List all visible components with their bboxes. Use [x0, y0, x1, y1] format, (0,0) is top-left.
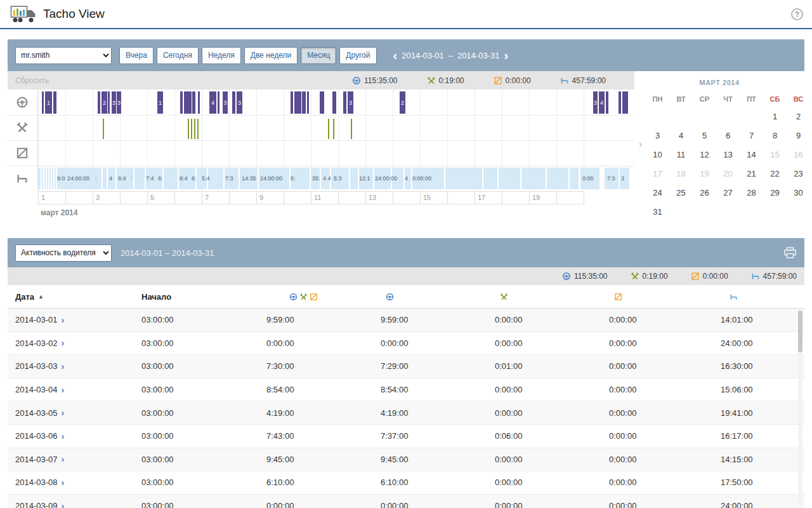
report-summary-bar: 115:35:000:19:000:00:00457:59:00: [8, 267, 804, 285]
range-button-2[interactable]: Сегодня: [157, 47, 199, 64]
row-driving: 9:45:00: [381, 455, 495, 464]
table-row[interactable]: 2014-03-05›03:00:004:19:004:19:000:00:00…: [8, 401, 804, 425]
table-row[interactable]: 2014-03-02›03:00:000:00:000:00:000:00:00…: [8, 332, 804, 356]
calendar-day[interactable]: 10: [646, 145, 669, 164]
calendar-day[interactable]: 31: [646, 202, 669, 221]
row-date-label: 2014-03-06: [15, 431, 58, 441]
calendar-day[interactable]: 2: [787, 107, 810, 126]
stat-value: 0:00:00: [506, 76, 531, 85]
calendar-day[interactable]: 30: [787, 183, 810, 202]
summary-stats: 115:35:000:19:000:00:00457:59:00: [352, 76, 606, 85]
axis-cell: [557, 191, 584, 204]
reset-button[interactable]: Сбросить: [15, 76, 49, 85]
range-button-4[interactable]: Две недели: [244, 47, 298, 64]
calendar-day[interactable]: 21: [740, 164, 763, 183]
row-work: 0:00:00: [495, 338, 609, 348]
axis-label: 3: [96, 194, 100, 201]
row-expand-chevron-icon[interactable]: ›: [62, 316, 65, 324]
range-button-3[interactable]: Неделя: [202, 47, 241, 64]
table-row[interactable]: 2014-03-03›03:00:007:30:007:29:000:01:00…: [8, 355, 804, 378]
rest-gap: [51, 168, 52, 189]
table-row[interactable]: 2014-03-01›03:00:009:59:009:59:000:00:00…: [8, 309, 804, 332]
calendar-day[interactable]: 3: [646, 126, 669, 145]
calendar-day[interactable]: 18: [669, 164, 693, 183]
range-button-1[interactable]: Вчера: [119, 47, 154, 64]
calendar-day[interactable]: 4: [669, 126, 693, 145]
table-row[interactable]: 2014-03-08›03:00:006:10:006:10:000:00:00…: [8, 471, 804, 495]
calendar-day[interactable]: 28: [740, 183, 763, 202]
calendar-collapse-chevron-icon[interactable]: ›: [639, 138, 642, 150]
date-from: 2014-03-01: [402, 51, 444, 60]
calendar-day[interactable]: 1: [763, 107, 787, 126]
calendar-day[interactable]: 16: [787, 145, 810, 164]
calendar-day[interactable]: 23: [787, 164, 810, 183]
prev-range-chevron-icon[interactable]: ‹: [393, 49, 398, 62]
range-button-6[interactable]: Другой: [339, 47, 376, 64]
driving-icon: [352, 76, 361, 85]
row-date-label: 2014-03-09: [15, 501, 58, 508]
calendar-day[interactable]: 14: [740, 145, 763, 164]
row-expand-chevron-icon[interactable]: ›: [62, 432, 65, 441]
stat-rest: 457:59:00: [751, 272, 797, 281]
calendar-day[interactable]: 22: [763, 164, 787, 183]
table-row[interactable]: 2014-03-04›03:00:008:54:008:54:000:00:00…: [8, 378, 804, 402]
calendar-day[interactable]: 11: [669, 145, 693, 164]
calendar-day[interactable]: 9: [787, 126, 810, 145]
axis-cell: [448, 191, 475, 204]
row-expand-chevron-icon[interactable]: ›: [62, 478, 65, 487]
calendar-day[interactable]: 27: [716, 183, 740, 202]
scrollbar-thumb[interactable]: [798, 311, 802, 352]
calendar-day[interactable]: 24: [646, 183, 669, 202]
driver-select[interactable]: mr.smith: [15, 47, 112, 64]
stat-availability: 0:00:00: [691, 272, 728, 281]
calendar-day[interactable]: 29: [763, 183, 787, 202]
calendar-day[interactable]: 6: [716, 126, 740, 145]
calendar-day[interactable]: 12: [693, 145, 716, 164]
stat-value: 115:35:00: [364, 76, 398, 85]
calendar-day[interactable]: 26: [693, 183, 716, 202]
row-expand-chevron-icon[interactable]: ›: [62, 455, 65, 464]
table-row[interactable]: 2014-03-09›03:00:000:00:000:00:000:00:00…: [8, 495, 804, 508]
row-expand-chevron-icon[interactable]: ›: [62, 338, 65, 347]
calendar-empty-cell: [787, 202, 810, 221]
calendar-weekday: ВС: [787, 91, 810, 107]
next-range-chevron-icon[interactable]: ›: [504, 49, 508, 62]
driving-bar: [42, 91, 44, 114]
work-icon: [427, 76, 436, 85]
row-date-label: 2014-03-04: [15, 385, 58, 394]
row-expand-chevron-icon[interactable]: ›: [62, 502, 65, 508]
row-driving: 8:54:00: [381, 385, 495, 394]
help-button[interactable]: ?: [791, 8, 803, 20]
row-availability: 0:00:00: [609, 338, 721, 348]
calendar-day[interactable]: 5: [693, 126, 716, 145]
range-button-5[interactable]: Месяц: [301, 47, 336, 64]
calendar-day[interactable]: 17: [646, 164, 669, 183]
row-expand-chevron-icon[interactable]: ›: [62, 385, 65, 394]
table-scrollbar[interactable]: [798, 309, 802, 507]
table-row[interactable]: 2014-03-06›03:00:007:43:007:37:000:06:00…: [8, 425, 804, 448]
axis-cell: [230, 191, 257, 204]
calendar-day[interactable]: 20: [716, 164, 740, 183]
row-expand-chevron-icon[interactable]: ›: [62, 408, 65, 417]
printer-icon: [783, 247, 797, 259]
rest-gap: [373, 168, 374, 189]
table-row[interactable]: 2014-03-07›03:00:009:45:009:45:000:00:00…: [8, 448, 804, 472]
calendar-day[interactable]: 25: [669, 183, 693, 202]
row-rest: 14:15:00: [721, 455, 797, 464]
calendar-day[interactable]: 8: [763, 126, 787, 145]
date-range-nav: ‹ 2014-03-01 – 2014-03-31 ›: [393, 49, 509, 62]
row-expand-chevron-icon[interactable]: ›: [62, 362, 65, 371]
calendar-day[interactable]: 15: [763, 145, 787, 164]
calendar-day[interactable]: 19: [693, 164, 716, 183]
rest-duration-label: 7:4: [146, 168, 154, 189]
calendar-day[interactable]: 7: [740, 126, 763, 145]
rest-gap: [48, 168, 49, 189]
row-date: 2014-03-09›: [15, 501, 141, 508]
report-type-select[interactable]: Активность водителя: [15, 244, 112, 262]
col-date-header[interactable]: Дата ▲: [15, 292, 141, 302]
work-icon: [299, 293, 308, 301]
rest-gap: [53, 168, 55, 189]
calendar-day[interactable]: 13: [716, 145, 740, 164]
print-button[interactable]: [783, 247, 797, 259]
row-total: 9:45:00: [266, 455, 381, 464]
